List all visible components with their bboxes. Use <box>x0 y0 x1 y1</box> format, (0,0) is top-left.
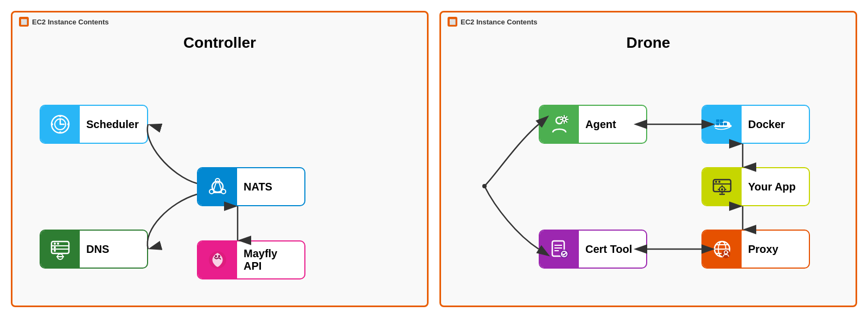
svg-point-13 <box>54 243 56 245</box>
scheduler-component: Scheduler <box>40 105 148 144</box>
controller-diagram: Controller Scheduler <box>12 34 427 318</box>
agent-icon <box>540 105 579 144</box>
svg-point-16 <box>54 250 56 252</box>
svg-point-4 <box>59 115 61 117</box>
svg-line-22 <box>219 183 221 190</box>
svg-point-20 <box>221 189 226 194</box>
svg-point-57 <box>718 181 720 183</box>
svg-line-21 <box>214 183 216 190</box>
agent-label: Agent <box>579 118 623 131</box>
your-app-component: Your App <box>701 167 810 206</box>
dns-component: DNS <box>40 230 148 269</box>
svg-line-39 <box>561 117 563 118</box>
drone-ec2-icon: ⬜ <box>448 17 457 27</box>
your-app-icon <box>703 167 742 206</box>
svg-rect-44 <box>720 123 723 125</box>
controller-title: Controller <box>12 34 427 52</box>
svg-point-56 <box>715 181 717 183</box>
svg-point-59 <box>721 188 723 190</box>
svg-point-6 <box>51 123 53 125</box>
svg-point-80 <box>482 184 487 188</box>
svg-point-14 <box>57 243 59 245</box>
svg-point-5 <box>59 131 61 133</box>
svg-point-7 <box>67 123 69 125</box>
svg-rect-45 <box>724 123 727 125</box>
proxy-component: Proxy <box>701 230 810 269</box>
nats-label: NATS <box>237 181 279 193</box>
svg-point-15 <box>54 246 56 249</box>
dns-icon <box>41 230 80 269</box>
drone-diagram: Drone Ag <box>441 34 856 318</box>
svg-rect-47 <box>720 119 723 122</box>
scheduler-icon <box>41 105 80 144</box>
dns-label: DNS <box>80 243 116 256</box>
docker-component: Docker <box>701 105 810 144</box>
your-app-label: Your App <box>742 181 802 193</box>
controller-ec2-box: ⬜ EC2 Instance Contents Controller Sched… <box>11 11 429 307</box>
ec2-icon: ⬜ <box>19 17 29 27</box>
svg-point-26 <box>218 255 220 257</box>
drone-ec2-label: ⬜ EC2 Instance Contents <box>448 17 538 27</box>
svg-rect-46 <box>716 119 719 122</box>
mayfly-icon <box>198 240 237 279</box>
proxy-label: Proxy <box>742 243 785 256</box>
controller-ec2-label: ⬜ EC2 Instance Contents <box>19 17 109 27</box>
svg-line-42 <box>566 117 567 118</box>
svg-point-19 <box>209 189 214 194</box>
cert-tool-label: Cert Tool <box>579 243 639 256</box>
cert-tool-component: Cert Tool <box>539 230 647 269</box>
nats-component: NATS <box>197 167 305 206</box>
scheduler-label: Scheduler <box>80 118 145 131</box>
agent-component: Agent <box>539 105 647 144</box>
proxy-icon <box>703 230 742 269</box>
mayfly-component: Mayfly API <box>197 240 305 279</box>
nats-icon <box>198 167 237 206</box>
drone-title: Drone <box>441 34 856 52</box>
svg-line-40 <box>566 121 567 122</box>
docker-label: Docker <box>742 118 792 131</box>
svg-point-25 <box>215 255 217 257</box>
mayfly-label: Mayfly API <box>237 247 304 272</box>
svg-rect-43 <box>716 123 719 125</box>
svg-line-41 <box>561 121 563 122</box>
cert-tool-icon <box>540 230 579 269</box>
drone-ec2-box: ⬜ EC2 Instance Contents Drone <box>439 11 857 307</box>
docker-icon <box>703 105 742 144</box>
